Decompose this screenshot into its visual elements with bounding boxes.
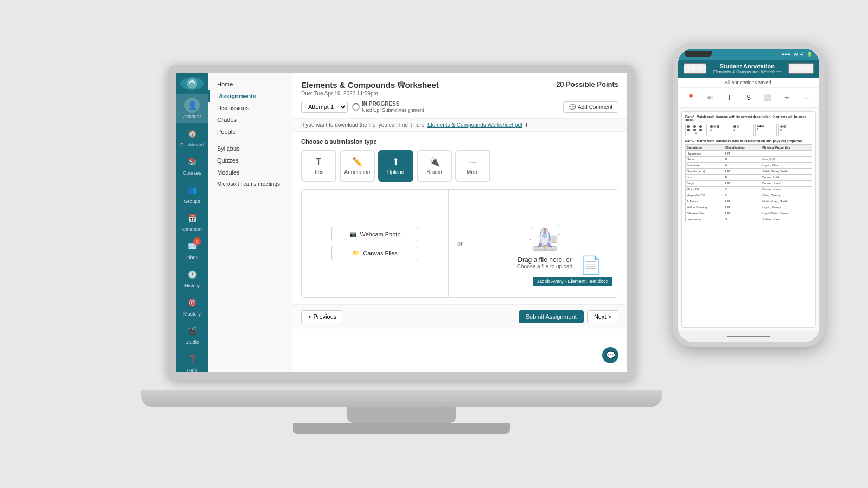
sidebar-item-account[interactable]: 👤 Account	[176, 94, 208, 123]
sidebar-item-courses[interactable]: 📚 Courses	[176, 151, 208, 179]
upload-left-panel: 📷 Webcam Photo 📁 Canvas Files	[302, 190, 449, 297]
comment-icon: 💬	[569, 104, 576, 110]
sidebar-logo[interactable]	[180, 77, 204, 90]
laptop-base	[293, 423, 510, 434]
tool-rectangle[interactable]: ⬜	[761, 91, 774, 104]
nav-item-ms-teams[interactable]: Microsoft Teams meetings	[208, 178, 292, 190]
phone-toolbar: 📍 ✏ T S ⬜ ✒ ···	[678, 88, 819, 108]
inbox-badge: 2	[193, 237, 201, 245]
file-tooltip-name: Jacob Avery - Element...eet.docx	[537, 279, 608, 284]
submission-section: Choose a submission type T Text ✏️ Annot…	[292, 132, 627, 304]
annotation-title: Student Annotation	[706, 63, 788, 69]
next-label: Next >	[594, 313, 611, 320]
sidebar-label-studio: Studio	[185, 339, 199, 345]
sidebar-item-studio[interactable]: 🎬 Studio	[176, 320, 208, 348]
tool-pin[interactable]: 📍	[685, 91, 698, 104]
tool-more[interactable]: ···	[800, 91, 813, 104]
canvas-files-button[interactable]: 📁 Canvas Files	[331, 246, 418, 260]
prev-label: < Previous	[308, 313, 336, 320]
phone-screen: ●●● WiFi 🔋 Close Student Annotation Elem…	[678, 49, 819, 342]
phone-home-bar	[727, 336, 770, 337]
previous-button[interactable]: < Previous	[301, 310, 343, 323]
more-icon: ⋯	[469, 157, 477, 167]
table-row: Salt WaterMLiquid, Clear	[686, 163, 812, 169]
sidebar-collapse-button[interactable]: ←	[188, 376, 196, 380]
sidebar-item-mastery[interactable]: 🎯 Mastery	[176, 292, 208, 320]
file-link-prefix: If you want to download the file, you ca…	[301, 122, 426, 128]
left-nav: Home Assignments Discussions Grades Peop…	[208, 73, 292, 372]
nav-item-syllabus[interactable]: Syllabus	[208, 143, 292, 155]
submission-type-label: Choose a submission type	[301, 138, 618, 145]
rocket-illustration	[526, 218, 564, 256]
worksheet-table: Substance Classification Physical Proper…	[685, 144, 812, 222]
diagram-row: 1 2	[685, 124, 812, 136]
sidebar-item-inbox[interactable]: ✉️ 2 Inbox	[176, 235, 208, 264]
add-comment-button[interactable]: 💬 Add Comment	[563, 101, 618, 113]
upload-right-panel[interactable]: Drag a file here, or Choose a file to up…	[471, 190, 618, 297]
nav-item-people[interactable]: People	[208, 126, 292, 138]
chat-button[interactable]: 💬	[602, 347, 618, 363]
submission-type-annotation[interactable]: ✏️ Annotation	[340, 150, 375, 182]
sidebar-item-dashboard[interactable]: 🏠 Dashboard	[176, 123, 208, 151]
phone-wrapper: ●●● WiFi 🔋 Close Student Annotation Elem…	[673, 43, 835, 358]
table-row: SugarHMBrown, Liquid	[686, 181, 812, 187]
upload-or-divider: or	[449, 190, 471, 297]
sidebar-item-groups[interactable]: 👥 Groups	[176, 179, 208, 207]
tool-strikethrough[interactable]: S	[742, 91, 755, 104]
download-icon[interactable]: ⬇	[524, 122, 528, 128]
status-sub: Next Up: Submit Assignment	[362, 107, 424, 113]
phone-device: ●●● WiFi 🔋 Close Student Annotation Elem…	[673, 43, 825, 347]
nav-item-home[interactable]: Home	[208, 78, 292, 90]
submit-assignment-button[interactable]: Submit Assignment	[519, 310, 584, 323]
sidebar-label-help: Help	[187, 368, 197, 373]
tool-text[interactable]: T	[723, 91, 736, 104]
assignment-due: Due: Tue Apr 19, 2022 11:59pm	[301, 91, 439, 97]
attempt-select[interactable]: Attempt 1	[301, 101, 348, 113]
table-row: NeonEGas, Dull	[686, 157, 812, 163]
status-spinner	[352, 103, 360, 111]
studio-label: Studio	[426, 169, 442, 175]
nav-item-discussions[interactable]: Discussions	[208, 102, 292, 114]
tool-highlighter[interactable]: ✒	[781, 91, 794, 104]
phone-header-title: Student Annotation Elements & Compounds …	[706, 63, 788, 74]
table-row: IronEBrown, Solid	[686, 175, 812, 181]
canvas-files-label: Canvas Files	[363, 250, 398, 256]
next-button[interactable]: Next >	[587, 310, 618, 323]
battery-icon: 🔋	[807, 52, 813, 57]
webcam-photo-button[interactable]: 📷 Webcam Photo	[331, 227, 418, 241]
sidebar-label-mastery: Mastery	[183, 311, 201, 317]
sidebar: 👤 Account 🏠 Dashboard 📚 Courses 👥 Groups	[176, 73, 208, 372]
phone-close-button[interactable]: Close	[684, 63, 706, 74]
sidebar-label-account: Account	[183, 114, 201, 119]
folder-icon: 📁	[352, 249, 360, 256]
sidebar-label-inbox: Inbox	[186, 255, 198, 260]
submission-type-text[interactable]: T Text	[301, 150, 336, 182]
sidebar-label-history: History	[184, 283, 200, 288]
table-row: HappinessHM	[686, 151, 812, 157]
sidebar-item-calendar[interactable]: 📅 Calendar	[176, 207, 208, 235]
nav-item-assignments[interactable]: Assignments	[208, 90, 292, 102]
sidebar-label-dashboard: Dashboard	[180, 142, 204, 147]
laptop-body	[141, 390, 662, 407]
nav-item-modules[interactable]: Modules	[208, 166, 292, 178]
tool-pen[interactable]: ✏	[704, 91, 717, 104]
text-label: Text	[314, 169, 323, 175]
sidebar-item-help[interactable]: ❓ Help	[176, 348, 208, 376]
submission-types: T Text ✏️ Annotation ⬆ Upload	[301, 150, 618, 182]
assignment-title: Elements & Compounds Worksheet	[301, 80, 439, 89]
submission-type-more[interactable]: ⋯ More	[455, 150, 490, 182]
file-link-row: If you want to download the file, you ca…	[292, 119, 627, 132]
nav-item-grades[interactable]: Grades	[208, 114, 292, 126]
table-row: A AtomsHMMulticolored, Solid	[686, 198, 812, 204]
submission-type-studio[interactable]: 🔌 Studio	[417, 150, 452, 182]
phone-submit-button[interactable]: Submit	[788, 63, 814, 74]
submission-type-upload[interactable]: ⬆ Upload	[378, 150, 413, 182]
table-row: Vegetable OilCClear, Greasy	[686, 192, 812, 198]
file-link[interactable]: Elements & Compounds Worksheet.pdf	[427, 122, 522, 128]
more-label: More	[467, 169, 479, 175]
sidebar-item-history[interactable]: 🕐 History	[176, 264, 208, 292]
table-row: Chicken BriarHMLiquid/Solid, Brown	[686, 210, 812, 216]
svg-point-6	[531, 227, 532, 228]
nav-item-quizzes[interactable]: Quizzes	[208, 155, 292, 166]
save-message: All annotations saved.	[678, 78, 819, 88]
